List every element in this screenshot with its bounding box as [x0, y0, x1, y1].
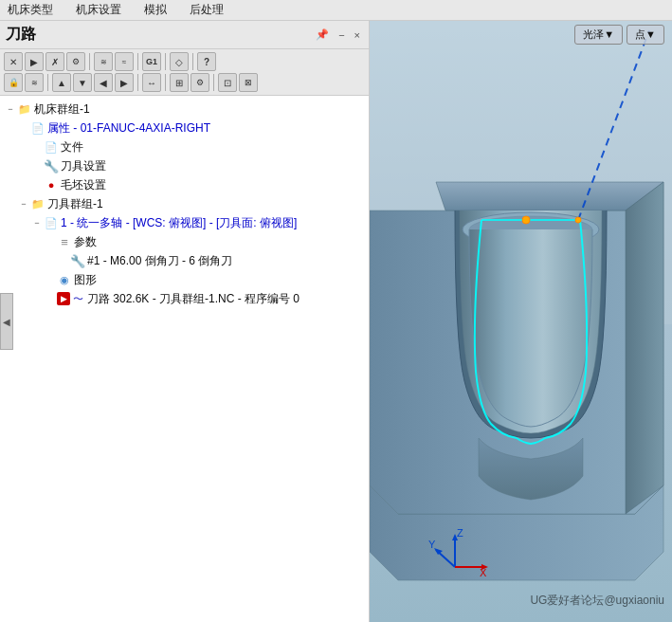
label-geometry: 图形	[74, 272, 97, 288]
panel-pin-btn[interactable]: 📌	[313, 28, 332, 41]
toolbar-wave3-btn[interactable]: ≋	[25, 73, 44, 92]
toolbar-generate-btn[interactable]: ▶	[25, 52, 44, 71]
toolbar-settings-btn[interactable]: ⚙	[66, 52, 85, 71]
tree-node-toolgroup[interactable]: − 📁 刀具群组-1	[0, 194, 369, 213]
toolbar-help-btn[interactable]: ?	[197, 52, 216, 71]
svg-marker-6	[626, 182, 663, 514]
toolbar-lock-btn[interactable]: 🔒	[4, 73, 23, 92]
label-toolsettings: 刀具设置	[61, 158, 106, 174]
expand-stocksettings	[30, 178, 44, 192]
icon-machinegroup: 📁	[17, 101, 32, 117]
menu-item-post[interactable]: 后处理	[186, 2, 227, 18]
expand-file	[30, 140, 44, 154]
panel-minimize-btn[interactable]: −	[336, 29, 347, 41]
svg-text:X: X	[480, 567, 487, 578]
viewport-gloss-btn[interactable]: 光泽▼	[574, 25, 623, 45]
label-toolgroup: 刀具群组-1	[47, 196, 103, 212]
icon-file: 📄	[44, 139, 59, 155]
expand-toolgroup[interactable]: −	[17, 197, 30, 210]
label-params: 参数	[74, 234, 97, 250]
icon-toolpath: 〜	[70, 291, 85, 306]
toolbar-row-2: 🔒 ≋ ▲ ▼ ◀ ▶ ↔ ⊞ ⚙ ⊡ ⊠	[4, 73, 365, 92]
menu-item-simulate[interactable]: 模拟	[140, 2, 171, 18]
panel-header: 刀路 📌 − ×	[0, 21, 369, 49]
svg-text:Y: Y	[428, 539, 436, 550]
icon-multiaxis: 📄	[44, 215, 59, 230]
viewport-panel[interactable]: 光泽▼ 点▼ Z Y X UG爱好者论坛@ugxiaoniu	[370, 21, 672, 622]
toolbar-sep-7	[165, 74, 166, 91]
toolbar-wave-btn[interactable]: ≋	[94, 52, 113, 71]
expand-tool-def	[57, 254, 70, 267]
icon-toolsettings: 🔧	[44, 158, 59, 174]
viewport-point-btn[interactable]: 点▼	[627, 25, 664, 45]
toolbar-g1-btn[interactable]: G1	[142, 52, 161, 71]
play-icon[interactable]: ▶	[57, 292, 70, 305]
tree-node-geometry[interactable]: ◉ 图形	[0, 270, 369, 289]
tree-node-params[interactable]: ≡ 参数	[0, 232, 369, 251]
tree-node-toolpath[interactable]: ▶ 〜 刀路 302.6K - 刀具群组-1.NC - 程序编号 0	[0, 289, 369, 308]
label-tool-def: #1 - M6.00 倒角刀 - 6 倒角刀	[87, 253, 232, 269]
toolbar-sep-1	[89, 53, 90, 70]
tree-node-properties[interactable]: 📄 属性 - 01-FANUC-4AXIA-RIGHT	[0, 119, 369, 137]
panel-title: 刀路	[6, 25, 36, 45]
icon-stocksettings: ●	[44, 177, 59, 192]
expand-multiaxis[interactable]: −	[30, 216, 44, 229]
viewport-toolbar: 光泽▼ 点▼	[574, 25, 664, 45]
viewport-svg	[370, 21, 672, 622]
panel-close-btn[interactable]: ×	[352, 29, 363, 41]
main-layout: 刀路 📌 − × ✕ ▶ ✗ ⚙ ≋ ≈ G1 ◇ ?	[0, 21, 672, 622]
menu-item-machine-type[interactable]: 机床类型	[4, 2, 57, 18]
icon-properties: 📄	[30, 120, 45, 136]
toolbar-box-btn[interactable]: ⊡	[218, 73, 237, 92]
label-stocksettings: 毛坯设置	[61, 177, 106, 193]
svg-point-9	[522, 216, 530, 224]
tree-node-toolsettings[interactable]: 🔧 刀具设置	[0, 156, 369, 175]
left-panel: 刀路 📌 − × ✕ ▶ ✗ ⚙ ≋ ≈ G1 ◇ ?	[0, 21, 370, 622]
tree-area: − 📁 机床群组-1 📄 属性 - 01-FANUC-4AXIA-RIGHT 📄…	[0, 96, 369, 622]
menu-item-machine-settings[interactable]: 机床设置	[72, 2, 125, 18]
toolbar-remove-btn[interactable]: ✗	[45, 52, 64, 71]
side-collapse-tab[interactable]: ◀	[0, 293, 13, 350]
toolbar-up-btn[interactable]: ▲	[52, 73, 71, 92]
toolbar-extra-btn[interactable]: ⊠	[239, 73, 258, 92]
icon-tool-def: 🔧	[70, 253, 85, 268]
toolbar-sep-6	[137, 74, 138, 91]
watermark-text: UG爱好者论坛@ugxiaoniu	[530, 593, 664, 609]
toolbar-sep-5	[47, 74, 48, 91]
toolbar-sep-4	[192, 53, 193, 70]
tree-node-multiaxis[interactable]: − 📄 1 - 统一多轴 - [WCS: 俯视图] - [刀具面: 俯视图]	[0, 213, 369, 232]
tree-node-machinegroup[interactable]: − 📁 机床群组-1	[0, 100, 369, 119]
tree-node-stocksettings[interactable]: ● 毛坯设置	[0, 175, 369, 194]
toolbar-delete-btn[interactable]: ✕	[4, 52, 23, 71]
svg-point-11	[575, 217, 581, 223]
label-file: 文件	[61, 139, 83, 156]
label-properties: 属性 - 01-FANUC-4AXIA-RIGHT	[47, 120, 210, 137]
toolbar-swap-btn[interactable]: ↔	[142, 73, 161, 92]
toolbar-sep-2	[137, 53, 138, 70]
toolbar-left-btn[interactable]: ◀	[94, 73, 113, 92]
expand-geometry	[44, 273, 57, 286]
expand-properties[interactable]	[17, 121, 30, 135]
axis-indicator: Z Y X	[427, 529, 493, 584]
svg-marker-5	[436, 182, 663, 210]
expand-toolsettings	[30, 159, 44, 173]
toolbar-sep-3	[165, 53, 166, 70]
toolbar-down-btn[interactable]: ▼	[73, 73, 92, 92]
expand-machinegroup[interactable]: −	[4, 102, 17, 116]
top-menu-bar: 机床类型 机床设置 模拟 后处理	[0, 0, 672, 21]
icon-params: ≡	[57, 234, 72, 249]
expand-toolpath	[44, 292, 57, 305]
toolbar-settings2-btn[interactable]: ⚙	[191, 73, 209, 92]
toolbar-diamond-btn[interactable]: ◇	[170, 52, 189, 71]
tree-node-tool-def[interactable]: 🔧 #1 - M6.00 倒角刀 - 6 倒角刀	[0, 251, 369, 270]
panel-controls: 📌 − ×	[313, 28, 363, 41]
toolbar-wave2-btn[interactable]: ≈	[115, 52, 134, 71]
tree-node-file[interactable]: 📄 文件	[0, 137, 369, 156]
label-toolpath: 刀路 302.6K - 刀具群组-1.NC - 程序编号 0	[87, 291, 300, 307]
label-machinegroup: 机床群组-1	[34, 101, 90, 118]
toolbar-grid-btn[interactable]: ⊞	[170, 73, 189, 92]
toolbar: ✕ ▶ ✗ ⚙ ≋ ≈ G1 ◇ ? 🔒 ≋ ▲ ▼ ◀	[0, 49, 369, 96]
svg-text:Z: Z	[457, 529, 463, 539]
toolbar-right-btn[interactable]: ▶	[115, 73, 134, 92]
toolbar-row-1: ✕ ▶ ✗ ⚙ ≋ ≈ G1 ◇ ?	[4, 52, 365, 71]
